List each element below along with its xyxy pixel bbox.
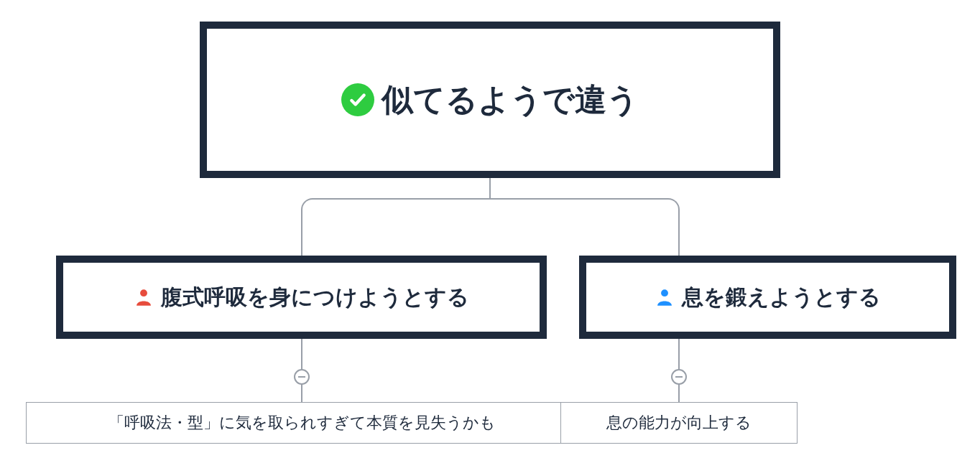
root-node: 似てるようで違う (200, 22, 780, 178)
connector-branch-split (301, 198, 680, 256)
person-icon (655, 287, 675, 307)
check-icon (341, 83, 374, 116)
svg-point-0 (140, 289, 147, 296)
leaf-node-right: 息の能力が向上する (560, 402, 798, 444)
person-icon (134, 287, 154, 307)
branch-left-label: 腹式呼吸を身につけようとする (161, 283, 469, 312)
collapse-handle-left[interactable] (294, 369, 310, 385)
svg-point-1 (661, 289, 668, 296)
leaf-left-label: 「呼吸法・型」に気を取られすぎて本質を見失うかも (108, 412, 496, 434)
leaf-right-label: 息の能力が向上する (606, 412, 752, 434)
branch-node-left: 腹式呼吸を身につけようとする (56, 256, 547, 339)
leaf-node-left: 「呼吸法・型」に気を取られすぎて本質を見失うかも (26, 402, 578, 444)
collapse-handle-right[interactable] (671, 369, 687, 385)
branch-node-right: 息を鍛えようとする (579, 256, 956, 339)
connector-root-stub (489, 178, 491, 198)
branch-right-label: 息を鍛えようとする (682, 283, 881, 312)
root-label: 似てるようで違う (382, 79, 639, 121)
